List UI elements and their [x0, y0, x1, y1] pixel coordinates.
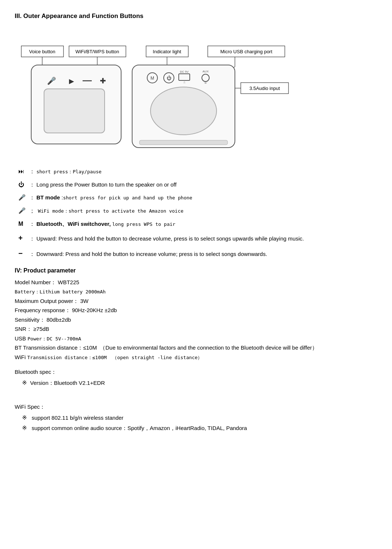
play-pause-icon: ⏭ — [18, 167, 27, 176]
func-power: ⏻ ： Long press the Power Button to turn … — [18, 180, 377, 189]
wifi-spec-title: WiFi Spec： — [15, 402, 377, 411]
func-wifi-mode: 🎤 ； WiFi mode：short press to activate th… — [18, 206, 377, 216]
bt-spec-section: Bluetooth spec： ※ Version：Bluetooth V2.1… — [15, 368, 377, 388]
minus-icon: − — [18, 248, 27, 259]
func-play-pause: ⏭ ： short press：Play/pause — [18, 167, 377, 176]
bt-spec-title: Bluetooth spec： — [15, 368, 377, 376]
param-battery: Battery：Lithium battery 2000mAh — [15, 287, 377, 296]
func-m-button: M ： Bluetooth、WiFi switchover, long pres… — [18, 219, 377, 229]
func-minus: − ： Downward: Press and hold the button … — [18, 248, 377, 259]
wifi-spec-section: WiFi Spec： ※ support 802.11 b/g/n wirele… — [15, 402, 377, 433]
power-icon: ⏻ — [18, 180, 27, 189]
param-sensitivity: Sensitivity： 80db±2db — [15, 315, 377, 325]
svg-text:Micro USB charging port: Micro USB charging port — [220, 49, 272, 54]
svg-text:DC 5V: DC 5V — [180, 70, 189, 73]
param-usb: USB Power：DC 5V--700mA — [15, 334, 377, 343]
svg-text:3.5Audio input: 3.5Audio input — [249, 86, 280, 91]
func-bt-mode: 🎤 ： BT mode :short press for pick up and… — [18, 193, 377, 202]
bt-spec-item-version: ※ Version：Bluetooth V2.1+EDR — [15, 378, 377, 388]
product-param-section: IV: Product parameter Model Number： WBT2… — [15, 266, 377, 362]
func-plus: + ： Upward: Press and hold the button to… — [18, 232, 377, 244]
param-snr: SNR： ≥75dB — [15, 324, 377, 334]
param-bt-dist: BT Transmission distance：≤10M （Due to en… — [15, 343, 377, 353]
param-model: Model Number： WBT225 — [15, 278, 377, 287]
function-list: ⏭ ： short press：Play/pause ⏻ ： Long pres… — [15, 167, 377, 259]
svg-text:①: ① — [204, 81, 207, 84]
svg-text:Voice button: Voice button — [29, 49, 55, 54]
diagram-section: Voice button WiFi/BT/WPS button Indicato… — [15, 28, 377, 156]
svg-text:⎍: ⎍ — [184, 81, 185, 84]
svg-rect-25 — [44, 89, 105, 133]
svg-text:▶: ▶ — [69, 77, 74, 85]
product-param-title: IV: Product parameter — [15, 266, 377, 275]
svg-text:⏻: ⏻ — [167, 75, 171, 81]
wifi-spec-item-sources: ※ support common online audio source：Spo… — [15, 423, 377, 433]
svg-text:Indicator light: Indicator light — [153, 49, 181, 54]
svg-text:WiFi/BT/WPS button: WiFi/BT/WPS button — [75, 49, 119, 54]
mic-bt-icon: 🎤 — [18, 193, 27, 202]
param-freq: Frequency response： 90Hz-20KHz ±2db — [15, 306, 377, 315]
plus-icon: + — [18, 232, 27, 244]
param-wifi-dist: WiFi Transmission distance：≤100M （open s… — [15, 353, 377, 362]
m-icon: M — [18, 219, 27, 229]
cross-icon-1: ※ — [22, 378, 29, 388]
svg-text:✚: ✚ — [100, 77, 106, 85]
diagram-svg: Voice button WiFi/BT/WPS button Indicato… — [15, 28, 301, 153]
svg-rect-38 — [139, 140, 228, 145]
svg-text:AUX: AUX — [203, 70, 209, 73]
mic-wifi-icon: 🎤 — [18, 206, 27, 216]
svg-text:🎤: 🎤 — [47, 76, 56, 85]
svg-text:M: M — [150, 76, 154, 81]
cross-icon-3: ※ — [22, 423, 29, 433]
param-output: Maximum Output power： 3W — [15, 296, 377, 306]
cross-icon-2: ※ — [22, 413, 29, 423]
wifi-spec-item-standard: ※ support 802.11 b/g/n wireless stander — [15, 413, 377, 423]
svg-point-37 — [150, 87, 217, 135]
page-title: III. Outer Appearance and Function Butto… — [15, 11, 377, 21]
device-diagram: Voice button WiFi/BT/WPS button Indicato… — [15, 28, 377, 156]
